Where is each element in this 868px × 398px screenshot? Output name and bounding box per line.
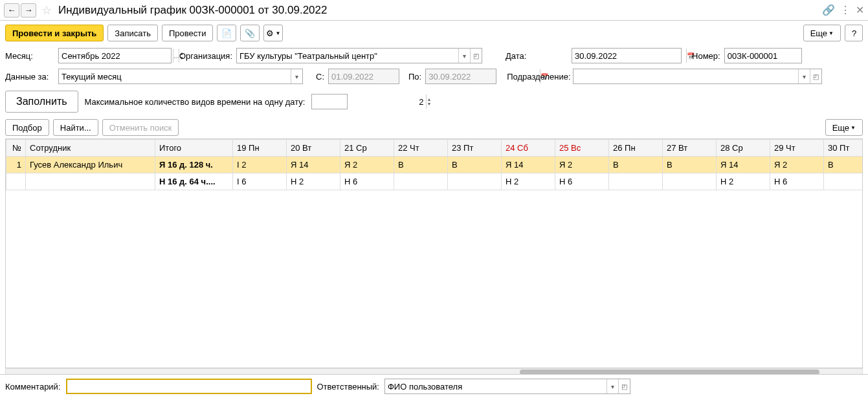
cell-day[interactable]: Н 2 <box>717 173 770 190</box>
link-icon[interactable]: 🔗 <box>822 4 835 16</box>
col-day-header[interactable]: 25 Вс <box>555 140 609 157</box>
max-types-input[interactable] <box>312 94 426 109</box>
cell-day[interactable]: Н 6 <box>770 173 824 190</box>
fill-button[interactable]: Заполнить <box>5 91 78 113</box>
data-for-input[interactable] <box>59 69 291 83</box>
col-day-header[interactable]: 28 Ср <box>717 140 770 157</box>
cell-num[interactable]: 1 <box>6 157 26 173</box>
close-icon[interactable]: ✕ <box>856 4 864 16</box>
schedule-table[interactable]: № Сотрудник Итого 19 Пн 20 Вт 21 Ср 22 Ч… <box>6 139 863 190</box>
action-row: Подбор Найти... Отменить поиск Еще ▼ <box>0 116 868 138</box>
number-field[interactable] <box>724 48 802 63</box>
month-field[interactable]: ... ▲▼ <box>58 48 172 63</box>
cell-employee[interactable] <box>26 173 155 190</box>
more-button[interactable]: Еще ▼ <box>803 25 841 41</box>
responsible-open-button[interactable]: ◰ <box>618 379 630 393</box>
org-open-button[interactable]: ◰ <box>470 49 482 63</box>
cell-day[interactable]: Я 14 <box>287 157 340 173</box>
table-row[interactable]: 1Гусев Александр ИльичЯ 16 д. 128 ч.I 2Я… <box>6 157 863 173</box>
comment-input[interactable] <box>67 380 311 393</box>
dept-field[interactable]: ▾ ◰ <box>573 69 822 84</box>
cell-total[interactable]: Я 16 д. 128 ч. <box>155 157 233 173</box>
col-day-header[interactable]: 22 Чт <box>394 140 448 157</box>
find-button[interactable]: Найти... <box>53 119 98 136</box>
cell-day[interactable] <box>394 173 448 190</box>
save-button[interactable]: Записать <box>107 25 158 41</box>
cell-day[interactable]: Я 14 <box>502 157 555 173</box>
cell-employee[interactable]: Гусев Александр Ильич <box>26 157 155 173</box>
cell-day[interactable]: В <box>663 157 717 173</box>
date-field[interactable]: 📅 <box>572 48 682 63</box>
window-title: Индивидуальный график 00ЗК-000001 от 30.… <box>58 4 327 17</box>
dept-input[interactable] <box>573 69 798 83</box>
cell-day[interactable]: I 2 <box>233 157 287 173</box>
date-input[interactable] <box>572 49 686 63</box>
col-employee-header[interactable]: Сотрудник <box>26 140 155 157</box>
cell-day[interactable]: В <box>609 157 663 173</box>
col-day-header[interactable]: 30 Пт <box>824 140 863 157</box>
cell-day[interactable] <box>663 173 717 190</box>
cell-day[interactable]: В <box>448 157 502 173</box>
month-input[interactable] <box>59 49 173 63</box>
max-types-field[interactable]: ▲▼ <box>311 94 348 109</box>
responsible-dropdown-button[interactable]: ▾ <box>606 379 618 393</box>
settings-button[interactable]: ⚙▼ <box>263 25 283 41</box>
dept-dropdown-button[interactable]: ▾ <box>798 69 810 83</box>
cell-day[interactable]: Я 2 <box>340 157 394 173</box>
col-day-header[interactable]: 19 Пн <box>233 140 287 157</box>
responsible-input[interactable] <box>385 379 606 393</box>
cell-day[interactable]: В <box>394 157 448 173</box>
form-row-1: Месяц: ... ▲▼ Организация: ▾ ◰ Дата: 📅 Н… <box>0 45 868 66</box>
dept-open-button[interactable]: ◰ <box>810 69 821 83</box>
cell-day[interactable]: I 6 <box>233 173 287 190</box>
cell-day[interactable]: Я 2 <box>555 157 609 173</box>
star-icon[interactable]: ☆ <box>41 3 52 17</box>
post-and-close-button[interactable]: Провести и закрыть <box>5 25 104 41</box>
col-num-header[interactable]: № <box>6 140 26 157</box>
col-day-header[interactable]: 23 Пт <box>448 140 502 157</box>
nav-back-button[interactable]: ← <box>4 3 19 17</box>
cell-day[interactable] <box>448 173 502 190</box>
help-button[interactable]: ? <box>845 25 863 41</box>
cell-day[interactable] <box>824 173 863 190</box>
col-day-header[interactable]: 20 Вт <box>287 140 340 157</box>
col-day-header[interactable]: 24 Сб <box>502 140 555 157</box>
cell-day[interactable]: Я 14 <box>717 157 770 173</box>
col-total-header[interactable]: Итого <box>155 140 233 157</box>
table-more-button[interactable]: Еще ▼ <box>825 119 863 136</box>
post-button[interactable]: Провести <box>162 25 214 41</box>
comment-field[interactable] <box>66 379 312 394</box>
report-button[interactable]: 📄 <box>217 25 236 41</box>
cell-day[interactable]: Я 2 <box>770 157 824 173</box>
number-input[interactable] <box>725 49 839 63</box>
report-icon: 📄 <box>221 28 232 38</box>
col-day-header[interactable]: 27 Вт <box>663 140 717 157</box>
data-for-field[interactable]: ▾ <box>58 69 303 84</box>
org-field[interactable]: ▾ ◰ <box>236 48 482 63</box>
cell-total[interactable]: Н 16 д. 64 ч.... <box>155 173 233 190</box>
col-day-header[interactable]: 26 Пн <box>609 140 663 157</box>
paperclip-icon: 📎 <box>245 28 255 38</box>
cell-day[interactable]: Н 6 <box>555 173 609 190</box>
cell-day[interactable]: Н 2 <box>287 173 340 190</box>
attach-button[interactable]: 📎 <box>240 25 260 41</box>
col-day-header[interactable]: 21 Ср <box>340 140 394 157</box>
cell-day[interactable]: Н 6 <box>340 173 394 190</box>
org-input[interactable] <box>237 49 458 63</box>
cell-num[interactable] <box>6 173 26 190</box>
select-button[interactable]: Подбор <box>5 119 49 136</box>
arrow-right-icon: → <box>25 5 33 15</box>
responsible-field[interactable]: ▾ ◰ <box>384 379 630 394</box>
month-select-button[interactable]: ... <box>173 49 179 63</box>
org-dropdown-button[interactable]: ▾ <box>458 49 470 63</box>
col-day-header[interactable]: 29 Чт <box>770 140 824 157</box>
number-label: Номер: <box>692 51 720 61</box>
cell-day[interactable]: В <box>824 157 863 173</box>
data-for-dropdown-button[interactable]: ▾ <box>291 69 302 83</box>
table-row[interactable]: Н 16 д. 64 ч....I 6Н 2Н 6Н 2Н 6Н 2Н 6 <box>6 173 863 190</box>
nav-forward-button[interactable]: → <box>21 3 36 17</box>
menu-dots-icon[interactable]: ⋮ <box>840 4 851 16</box>
cell-day[interactable] <box>609 173 663 190</box>
max-types-spinner[interactable]: ▲▼ <box>426 94 431 109</box>
cell-day[interactable]: Н 2 <box>502 173 555 190</box>
